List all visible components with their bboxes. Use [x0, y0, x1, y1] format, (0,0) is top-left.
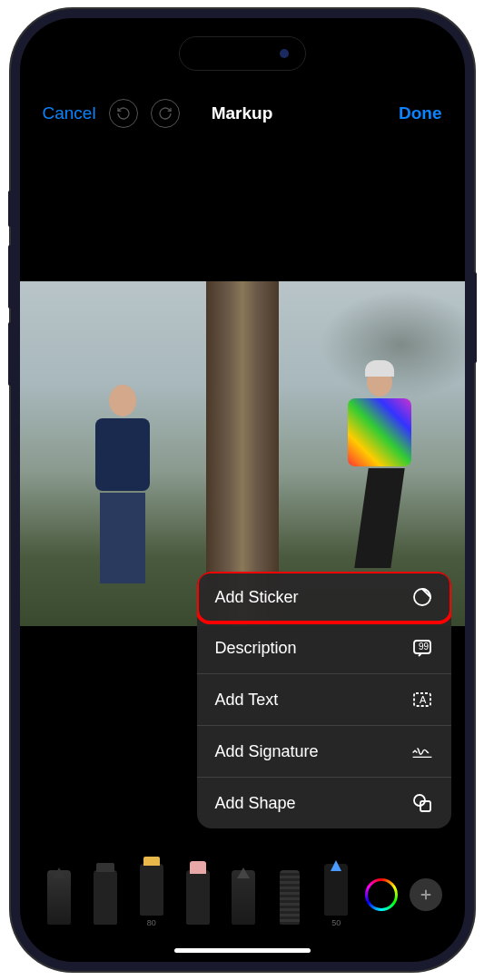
description-icon: 99 [411, 637, 433, 659]
svg-rect-6 [420, 801, 430, 811]
silent-switch [8, 191, 12, 227]
phone-frame: Cancel Markup Done Add Sti [11, 9, 474, 971]
menu-item-add-sticker[interactable]: Add Sticker [197, 572, 451, 624]
navigation-bar: Cancel Markup Done [20, 91, 465, 136]
power-button [473, 272, 477, 363]
color-picker-button[interactable] [365, 878, 398, 911]
redo-button[interactable] [151, 99, 180, 128]
svg-text:99: 99 [419, 642, 430, 652]
menu-item-label: Add Text [215, 691, 279, 710]
undo-icon [116, 106, 131, 121]
volume-up-button [8, 245, 12, 309]
home-indicator[interactable] [174, 948, 311, 953]
menu-item-label: Add Signature [215, 742, 319, 761]
tool-ruler[interactable] [272, 864, 307, 927]
plus-icon [418, 887, 434, 903]
dynamic-island [179, 36, 306, 71]
done-button[interactable]: Done [399, 103, 442, 123]
menu-item-description[interactable]: Description 99 [197, 622, 451, 674]
nav-left-group: Cancel [43, 99, 180, 128]
menu-item-add-signature[interactable]: Add Signature [197, 726, 451, 778]
shape-icon [411, 792, 433, 814]
menu-item-add-shape[interactable]: Add Shape [197, 778, 451, 828]
volume-down-button [8, 322, 12, 386]
tool-marker[interactable] [88, 864, 123, 927]
undo-button[interactable] [109, 99, 138, 128]
svg-point-5 [414, 795, 425, 806]
add-button[interactable] [410, 878, 442, 911]
cancel-button[interactable]: Cancel [43, 103, 96, 123]
tool-highlighter[interactable]: 80 [134, 864, 169, 927]
add-popup-menu: Add Sticker Description 99 Add Text A Ad… [197, 572, 451, 828]
tool-pen[interactable] [42, 864, 76, 927]
page-title: Markup [212, 103, 273, 123]
tool-blue-pen[interactable]: 50 [319, 864, 353, 927]
photo-person-left [86, 385, 159, 584]
tool-eraser[interactable] [181, 864, 215, 927]
text-icon: A [411, 689, 433, 710]
tool-pencil[interactable] [226, 864, 261, 927]
menu-item-label: Description [215, 639, 297, 658]
markup-toolbar: 80 50 [20, 853, 465, 935]
sticker-icon [411, 586, 433, 608]
signature-icon [411, 740, 433, 762]
redo-icon [158, 106, 173, 121]
photo-person-right [339, 368, 420, 576]
menu-item-label: Add Shape [215, 794, 296, 813]
menu-item-label: Add Sticker [215, 588, 299, 607]
menu-item-add-text[interactable]: Add Text A [197, 674, 451, 726]
svg-text:A: A [420, 694, 427, 705]
phone-screen: Cancel Markup Done Add Sti [20, 18, 465, 962]
